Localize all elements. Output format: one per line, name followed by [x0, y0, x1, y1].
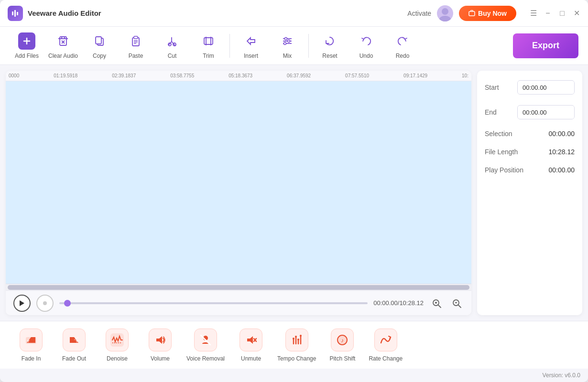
- selection-row: Selection 00:00.00: [485, 130, 575, 138]
- denoise-effect[interactable]: Denoise: [100, 329, 134, 362]
- svg-point-61: [293, 338, 294, 340]
- reset-icon: [321, 32, 338, 50]
- effects-bar: Fade In Fade Out Denoise: [0, 321, 588, 369]
- play-position-row: Play Position 00:00.00: [485, 166, 575, 174]
- paste-button[interactable]: Paste: [119, 30, 153, 62]
- hamburger-menu-button[interactable]: ☰: [530, 10, 537, 17]
- activate-label[interactable]: Activate: [407, 10, 431, 17]
- close-button[interactable]: ✕: [573, 10, 580, 17]
- window-controls: ☰ − □ ✕: [530, 10, 580, 17]
- copy-button[interactable]: Copy: [82, 30, 117, 62]
- svg-rect-17: [134, 36, 138, 39]
- end-label: End: [485, 108, 497, 116]
- play-button[interactable]: [13, 295, 31, 312]
- unmute-effect[interactable]: Unmute: [234, 329, 268, 362]
- file-length-label: File Length: [485, 148, 518, 156]
- ruler-mark-7: 09:17.1429: [403, 73, 427, 78]
- rate-change-effect[interactable]: Rate Change: [369, 329, 403, 362]
- cut-button[interactable]: Cut: [155, 30, 189, 62]
- voice-removal-effect[interactable]: Voice Removal: [186, 329, 225, 362]
- svg-rect-1: [14, 10, 16, 17]
- rate-change-label: Rate Change: [369, 355, 403, 362]
- fade-out-label: Fade Out: [62, 355, 86, 362]
- svg-rect-35: [6, 81, 471, 284]
- app-window: Veeware Audio Editor Activate Buy Now ☰ …: [0, 0, 588, 382]
- stop-button[interactable]: [36, 295, 54, 312]
- tempo-change-effect[interactable]: Tempo Change: [277, 329, 316, 362]
- end-input[interactable]: ▲ ▼: [517, 105, 575, 119]
- play-position-label: Play Position: [485, 166, 523, 174]
- svg-line-42: [438, 305, 441, 308]
- end-row: End ▲ ▼: [485, 105, 575, 119]
- version-text: Version: v6.0.0: [543, 372, 580, 379]
- maximize-button[interactable]: □: [558, 10, 566, 17]
- player-controls: 00:00.00/10:28.12: [6, 290, 471, 315]
- cut-icon: [163, 32, 181, 50]
- svg-rect-8: [60, 37, 66, 45]
- app-logo: [8, 6, 23, 21]
- undo-icon: [358, 32, 375, 50]
- ruler-mark-1: 01:19.5918: [54, 73, 77, 78]
- insert-button[interactable]: Insert: [234, 30, 268, 62]
- buy-now-button[interactable]: Buy Now: [459, 6, 516, 21]
- svg-rect-15: [96, 37, 101, 44]
- toolbar-divider-2: [308, 34, 309, 58]
- unmute-icon: [240, 329, 262, 351]
- right-panel: Start ▲ ▼ End ▲ ▼: [477, 71, 582, 315]
- progress-track[interactable]: [59, 302, 368, 304]
- start-value[interactable]: [518, 81, 575, 94]
- mix-icon: [279, 32, 296, 50]
- end-value[interactable]: [518, 106, 575, 119]
- zoom-out-button[interactable]: [449, 296, 464, 310]
- ruler-mark-2: 02:39.1837: [112, 73, 136, 78]
- ruler-mark-4: 05:18.3673: [229, 73, 252, 78]
- scrollbar-track[interactable]: [6, 284, 471, 290]
- ruler-mark-0: 0000: [9, 73, 19, 78]
- add-files-button[interactable]: Add Files: [10, 30, 44, 62]
- pitch-shift-icon: ♪: [331, 329, 354, 351]
- svg-point-38: [43, 301, 47, 305]
- fade-in-effect[interactable]: Fade In: [14, 329, 48, 362]
- trim-icon: [200, 32, 217, 50]
- undo-button[interactable]: Undo: [349, 30, 383, 62]
- time-display: 00:00.00/10:28.12: [373, 299, 424, 307]
- mix-button[interactable]: Mix: [270, 30, 305, 62]
- svg-line-45: [458, 305, 461, 308]
- fade-in-icon: [20, 329, 43, 351]
- denoise-label: Denoise: [107, 355, 128, 362]
- svg-point-3: [442, 8, 448, 15]
- selection-value: 00:00.00: [549, 130, 575, 138]
- paste-icon: [127, 32, 144, 50]
- fade-out-effect[interactable]: Fade Out: [57, 329, 91, 362]
- ruler-marks: 0000 01:19.5918 02:39.1837 03:58.7755 05…: [8, 73, 469, 78]
- play-position-value: 00:00.00: [549, 166, 575, 174]
- reset-button[interactable]: Reset: [313, 30, 347, 62]
- voice-removal-label: Voice Removal: [186, 355, 225, 362]
- tempo-change-label: Tempo Change: [277, 355, 316, 362]
- waveform-display[interactable]: // Generate waveform bars const barWidth…: [6, 81, 471, 284]
- ruler-mark-6: 07:57.5510: [345, 73, 369, 78]
- trim-button[interactable]: Trim: [191, 30, 226, 62]
- svg-marker-37: [20, 300, 24, 306]
- waveform-svg: // Generate waveform bars const barWidth…: [6, 81, 471, 284]
- selection-label: Selection: [485, 130, 512, 138]
- progress-thumb[interactable]: [64, 300, 71, 307]
- waveform-section: 0000 01:19.5918 02:39.1837 03:58.7755 05…: [6, 71, 471, 315]
- fade-out-icon: [63, 329, 86, 351]
- redo-button[interactable]: Redo: [385, 30, 420, 62]
- start-input[interactable]: ▲ ▼: [517, 80, 575, 95]
- scrollbar-thumb[interactable]: [8, 285, 469, 290]
- minimize-button[interactable]: −: [544, 10, 552, 17]
- toolbar-divider-1: [229, 34, 230, 58]
- zoom-in-button[interactable]: [429, 296, 444, 310]
- svg-rect-26: [204, 38, 213, 44]
- pitch-shift-effect[interactable]: ♪ Pitch Shift: [326, 329, 359, 362]
- svg-point-64: [300, 335, 302, 337]
- clear-audio-button[interactable]: Clear Audio: [46, 30, 80, 62]
- pitch-shift-label: Pitch Shift: [329, 355, 355, 362]
- volume-effect[interactable]: Volume: [143, 329, 177, 362]
- tempo-change-icon: [285, 329, 308, 351]
- file-length-row: File Length 10:28.12: [485, 148, 575, 156]
- avatar[interactable]: [437, 5, 453, 21]
- export-button[interactable]: Export: [513, 33, 578, 58]
